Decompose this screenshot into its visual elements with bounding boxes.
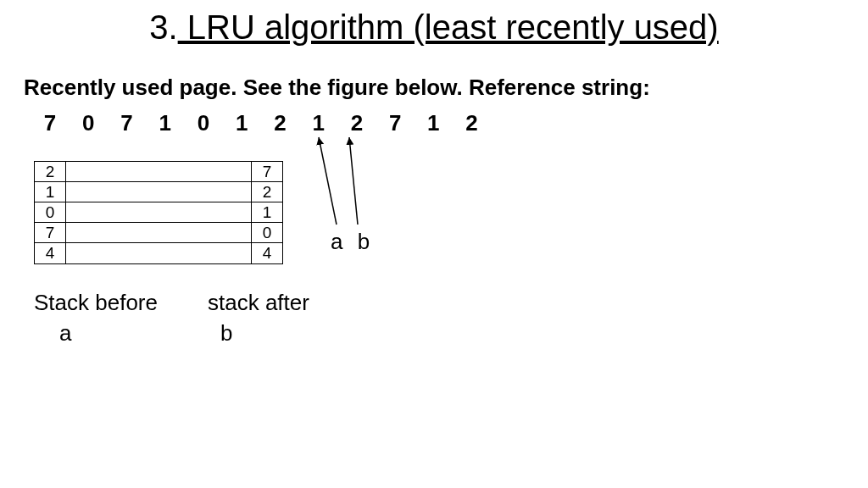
stack-before-col: 2 1 0 7 4: [35, 162, 65, 263]
ref-1: 1: [303, 110, 335, 136]
subtitle: Recently used page. See the figure below…: [24, 75, 650, 101]
reference-string: 7 0 7 1 0 1 2 1 2 7 1 2: [34, 110, 488, 136]
stack-middle-col: [65, 162, 252, 263]
cell: 7: [252, 162, 282, 182]
arrow-b: [349, 137, 358, 225]
cell-empty: [65, 202, 252, 223]
stack-after-col: 7 2 1 0 4: [252, 162, 282, 263]
cell-empty: [65, 162, 252, 182]
cell-empty: [65, 223, 252, 243]
title-number: 3.: [149, 8, 177, 46]
stacks: 2 1 0 7 4 7 2 1 0 4: [34, 161, 283, 264]
cell: 0: [35, 202, 65, 223]
label-stack-before: Stack before: [34, 290, 158, 316]
ref-7: 7: [379, 110, 411, 136]
ref-2: 2: [264, 110, 296, 136]
cell: 2: [35, 162, 65, 182]
ref-2: 2: [341, 110, 373, 136]
slide: 3. LRU algorithm (least recently used) R…: [0, 0, 868, 488]
stack-table: 2 1 0 7 4 7 2 1 0 4: [34, 161, 283, 264]
ref-1: 1: [417, 110, 449, 136]
ref-1: 1: [225, 110, 258, 136]
cell-empty: [65, 243, 252, 263]
cell: 7: [35, 223, 65, 243]
label-stack-after: stack after: [208, 290, 309, 316]
cell: 0: [252, 223, 282, 243]
label-b: b: [220, 320, 232, 347]
cell: 4: [35, 243, 65, 263]
ref-7: 7: [34, 110, 66, 136]
cell: 1: [35, 182, 65, 202]
marker-b: b: [358, 229, 370, 254]
ref-7: 7: [110, 110, 142, 136]
marker-a: a: [331, 229, 342, 254]
ref-0: 0: [187, 110, 220, 136]
arrow-a: [319, 137, 337, 225]
label-a: a: [59, 320, 71, 347]
ref-0: 0: [72, 110, 104, 136]
cell: 2: [252, 182, 282, 202]
ab-marker: a b: [331, 229, 370, 255]
ref-1: 1: [149, 110, 181, 136]
title-text: LRU algorithm (least recently used): [178, 8, 719, 46]
cell: 4: [252, 243, 282, 263]
slide-title: 3. LRU algorithm (least recently used): [0, 8, 868, 47]
cell-empty: [65, 182, 252, 202]
ref-2: 2: [456, 110, 488, 136]
cell: 1: [252, 202, 282, 223]
